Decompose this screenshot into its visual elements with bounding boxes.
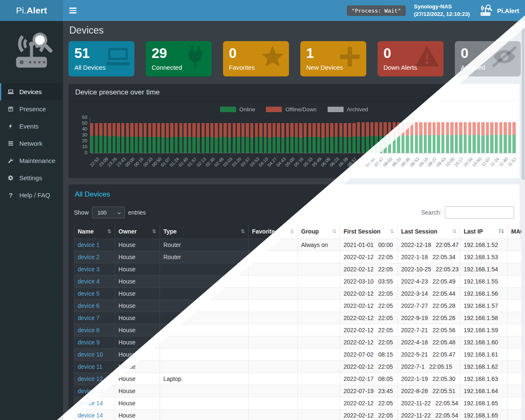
chart-bar xyxy=(433,122,436,153)
chart-bar xyxy=(468,122,471,153)
brand-prefix: Pi. xyxy=(16,5,26,16)
device-link[interactable]: device 2 xyxy=(78,254,100,260)
cell-group xyxy=(298,300,340,312)
info-box-favorites[interactable]: 0Favorites xyxy=(223,41,289,76)
column-header-last-ip[interactable]: Last IP xyxy=(460,224,508,239)
sort-icon: ⇅ xyxy=(290,228,294,234)
cell-type: Router xyxy=(160,251,249,263)
info-box-all-devices[interactable]: 51All Devices xyxy=(68,41,134,76)
y-axis-tick: 0 xyxy=(75,150,87,155)
warning-icon xyxy=(414,44,440,70)
sidebar-item-events[interactable]: Events xyxy=(0,118,63,135)
device-link[interactable]: device 14 xyxy=(78,412,103,419)
entries-select[interactable]: 100 xyxy=(92,207,125,218)
chart-bar xyxy=(286,123,289,153)
question-icon: ? xyxy=(7,192,14,199)
header-brand-label: Pi.Alert xyxy=(497,7,519,14)
info-box-connected[interactable]: 29Connected xyxy=(146,41,212,76)
device-link[interactable]: device 12 xyxy=(78,375,103,382)
chart-bar xyxy=(446,122,449,153)
column-header-last-session[interactable]: Last Session⇅ xyxy=(398,224,460,239)
cell-favorite xyxy=(249,397,298,410)
header-brand-link[interactable]: Pi.Alert xyxy=(478,4,519,17)
device-link[interactable]: device 6 xyxy=(78,302,100,309)
brand-logo[interactable]: Pi.Alert xyxy=(0,0,63,21)
column-header-label: Group xyxy=(301,228,319,235)
chart-bar xyxy=(312,123,315,153)
cell-last_ip: 192.168.1.58 xyxy=(460,312,508,324)
sidebar-item-network[interactable]: Network xyxy=(0,135,63,152)
chart-bar xyxy=(126,123,129,153)
sort-icon: ⇅ xyxy=(452,228,457,234)
chart-bar xyxy=(499,122,502,153)
info-box-new-devices[interactable]: 1New Devices xyxy=(300,41,366,76)
chart-bar xyxy=(233,123,236,153)
device-link[interactable]: device 7 xyxy=(78,315,100,321)
chart-bar xyxy=(202,123,205,153)
cell-last_session: 2022-3-14 22:05.44 xyxy=(398,288,460,300)
chart-bar xyxy=(295,123,298,153)
sidebar-item-help[interactable]: ?Help / FAQ xyxy=(0,186,63,204)
vertical-scrollbar[interactable] xyxy=(521,21,525,420)
scrollbar-thumb[interactable] xyxy=(522,24,525,180)
cell-last_session: 2022-4-18 22:05.48 xyxy=(398,336,460,349)
sidebar-toggle-icon[interactable] xyxy=(63,0,82,21)
device-link[interactable]: device 3 xyxy=(78,266,100,273)
cell-name: device 14 xyxy=(74,410,115,420)
gear-icon xyxy=(7,174,14,181)
host-timestamp: (27/12/2022, 12:10:23) xyxy=(414,11,470,17)
column-header-name[interactable]: Name⇅ xyxy=(74,224,115,239)
device-link[interactable]: device 4 xyxy=(78,278,100,285)
cell-last_ip: 192.168.1.56 xyxy=(460,288,508,300)
column-header-label: Last Session xyxy=(401,228,437,235)
column-header-type[interactable]: Type⇅ xyxy=(160,224,249,239)
chart-bar xyxy=(223,123,226,153)
device-link[interactable]: device 9 xyxy=(78,339,100,346)
chart-bar xyxy=(179,123,182,153)
column-header-owner[interactable]: Owner⇅ xyxy=(115,224,160,239)
search-input[interactable] xyxy=(445,206,514,219)
info-box-down-alerts[interactable]: 0Down Alerts xyxy=(378,41,444,76)
chart-bar xyxy=(259,123,262,153)
sidebar-item-label: Settings xyxy=(19,174,42,181)
cell-owner: House xyxy=(115,385,160,397)
cell-first_session: 2022-02-17 08:05 xyxy=(340,373,398,385)
legend-label: Archived xyxy=(347,106,368,113)
cell-owner: House xyxy=(115,312,160,324)
column-header-group[interactable]: Group⇅ xyxy=(298,224,340,239)
chart-bar xyxy=(339,123,342,153)
chart-bar xyxy=(152,123,155,153)
sidebar: DevicesPresenceEventsNetworkMaintenanceS… xyxy=(0,21,63,420)
device-link[interactable]: device 14 xyxy=(78,400,103,407)
chart-bar xyxy=(268,123,271,153)
laptop-icon xyxy=(105,44,131,70)
cell-favorite xyxy=(249,276,298,288)
device-link[interactable]: device 1 xyxy=(78,242,100,248)
chart-bar xyxy=(344,123,346,153)
device-row: device 13House2022-07-19 23:452022-8-28 … xyxy=(74,385,525,397)
cell-favorite xyxy=(249,251,298,263)
device-link[interactable]: device 5 xyxy=(78,290,100,297)
device-link[interactable]: device 8 xyxy=(78,327,100,333)
device-link[interactable]: device 10 xyxy=(78,351,103,358)
chart-bar xyxy=(157,123,160,153)
cell-last_session: 2022-7-21 22:05.56 xyxy=(398,324,460,336)
cell-owner: House xyxy=(115,410,160,420)
sidebar-item-presence[interactable]: Presence xyxy=(0,100,63,118)
sidebar-item-settings[interactable]: Settings xyxy=(0,169,63,186)
chart-bar xyxy=(184,123,186,153)
cell-owner: House xyxy=(115,373,160,385)
device-link[interactable]: device 11 xyxy=(78,363,102,370)
column-header-first-session[interactable]: First Session⇅ xyxy=(340,224,398,239)
chart-bar xyxy=(192,123,195,153)
entries-label: entries xyxy=(128,209,146,216)
cell-type xyxy=(160,324,249,336)
chart-bar xyxy=(228,123,231,153)
cell-name: device 9 xyxy=(74,336,115,349)
cell-last_ip: 192.168.1.64 xyxy=(460,385,508,397)
sidebar-item-devices[interactable]: Devices xyxy=(0,83,63,100)
chart-bar xyxy=(441,122,444,153)
sidebar-item-maintenance[interactable]: Maintenance xyxy=(0,152,63,169)
cell-last_ip: 192.168.1.54 xyxy=(460,263,508,276)
column-header-label: Last IP xyxy=(464,228,483,235)
